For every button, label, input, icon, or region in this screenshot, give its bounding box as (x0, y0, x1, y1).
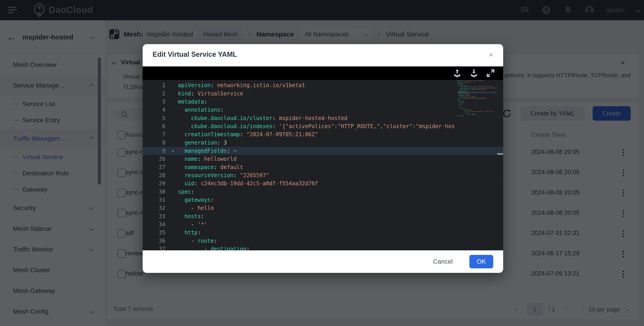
code-line-28[interactable]: 28 resourceVersion: "2265597" (143, 171, 503, 179)
modal-footer: Cancel OK (143, 250, 503, 273)
app-root: DaoCloud ? admin ← mspider-hosted (0, 0, 644, 326)
fold-chevron-icon[interactable]: › (171, 148, 178, 154)
code-line-26[interactable]: 26 name: helloworld (143, 155, 503, 163)
download-yaml-icon[interactable] (468, 67, 480, 79)
line-number: 3 (143, 99, 171, 105)
line-number: 8 (143, 140, 171, 146)
line-number: 7 (143, 131, 171, 138)
code-line-31[interactable]: 31 gateways: (143, 196, 503, 204)
code-line-34[interactable]: 34 - '*' (143, 220, 503, 229)
editor-scrollbar-thumb[interactable] (497, 153, 503, 155)
line-number: 28 (143, 172, 171, 179)
code-line-35[interactable]: 35 http: (143, 229, 503, 237)
code-line-2[interactable]: 2kind: VirtualService (143, 89, 503, 97)
line-number: 31 (143, 197, 171, 203)
code-line-27[interactable]: 27 namespace: default (143, 163, 503, 171)
upload-yaml-icon[interactable] (451, 67, 463, 79)
line-number: 27 (143, 164, 171, 170)
fullscreen-icon[interactable] (485, 67, 496, 79)
ok-button[interactable]: OK (469, 255, 493, 268)
line-number: 26 (143, 156, 171, 162)
code-line-4[interactable]: 4 annotations: (143, 106, 503, 114)
yaml-code-editor[interactable]: 1apiVersion: networking.istio.io/v1beta1… (143, 80, 503, 250)
modal-title: Edit Virtual Service YAML (152, 50, 237, 58)
code-line-5[interactable]: 5 ckube.daocloud.io/cluster: mspider-hos… (143, 114, 503, 122)
code-line-3[interactable]: 3metadata: (143, 98, 503, 106)
line-number: 5 (143, 115, 171, 121)
code-line-37[interactable]: 37 - destination: (143, 245, 503, 250)
line-number: 30 (143, 189, 171, 195)
cancel-button[interactable]: Cancel (429, 256, 457, 268)
line-number: 33 (143, 213, 171, 220)
code-line-32[interactable]: 32 - hello (143, 204, 503, 212)
line-number: 35 (143, 229, 171, 236)
code-line-7[interactable]: 7 creationTimestamp: "2024-07-09T05:21:0… (143, 130, 503, 138)
code-line-33[interactable]: 33 hosts: (143, 212, 503, 220)
code-line-30[interactable]: 30spec: (143, 188, 503, 196)
line-number: 32 (143, 205, 171, 211)
line-number: 37 (143, 246, 171, 250)
line-number: 29 (143, 180, 171, 187)
editor-minimap[interactable]: apiVersion: networking.istio.io/v1beta1 … (457, 80, 497, 250)
line-number: 2 (143, 90, 171, 97)
line-number: 4 (143, 107, 171, 113)
line-number: 34 (143, 221, 171, 228)
code-line-6[interactable]: 6 ckube.daocloud.io/indexes: '{"activePo… (143, 122, 503, 130)
modal-close-icon[interactable]: × (489, 50, 493, 59)
edit-yaml-modal: Edit Virtual Service YAML × (143, 44, 503, 273)
code-line-29[interactable]: 29 uid: c24ec3db-19dd-42c5-a0df-f554aa32… (143, 179, 503, 188)
editor-toolbar (143, 66, 503, 80)
line-number: 1 (143, 82, 171, 88)
line-number: 36 (143, 238, 171, 244)
line-number: 6 (143, 123, 171, 129)
code-line-9[interactable]: 9› managedFields: ⋯ (143, 147, 503, 155)
code-line-36[interactable]: 36 - route: (143, 237, 503, 245)
code-line-1[interactable]: 1apiVersion: networking.istio.io/v1beta1 (143, 81, 503, 89)
code-line-8[interactable]: 8 generation: 3 (143, 138, 503, 147)
line-number: 9 (143, 148, 171, 154)
